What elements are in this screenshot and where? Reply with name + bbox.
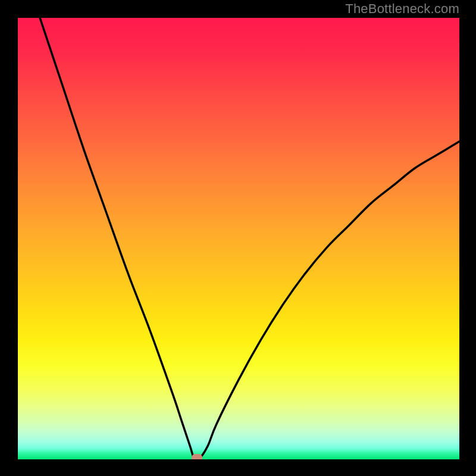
bottleneck-curve [18,18,459,459]
chart-frame: TheBottleneck.com [0,0,476,476]
watermark-text: TheBottleneck.com [345,1,459,17]
minimum-marker-icon [192,454,202,459]
plot-area [18,18,459,459]
